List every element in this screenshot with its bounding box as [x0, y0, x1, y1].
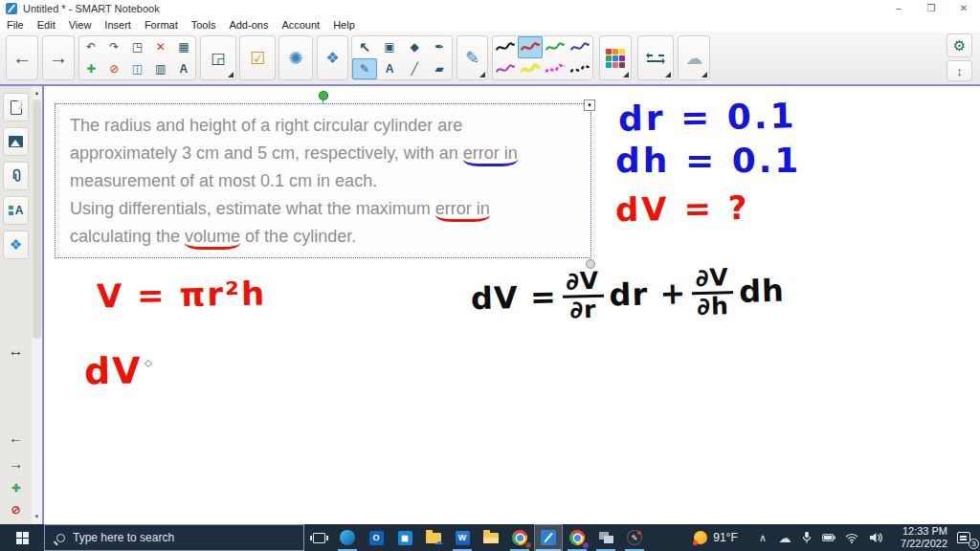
shape-recognition-button[interactable]: ☁: [678, 35, 710, 80]
menu-tools[interactable]: Tools: [185, 19, 223, 31]
sidebar-tab-addons[interactable]: ❖: [3, 231, 29, 259]
taskbar-remote-desktop[interactable]: [591, 524, 620, 551]
delete-page-icon[interactable]: ⊘: [102, 58, 125, 80]
microphone-tray-icon[interactable]: [796, 524, 817, 551]
sidebar-add-page-button[interactable]: ✚: [4, 477, 28, 498]
taskbar-outlook[interactable]: O: [362, 524, 390, 551]
text-tool-icon[interactable]: A: [377, 58, 402, 80]
response-button[interactable]: ☑: [239, 35, 276, 80]
volume-tray-icon[interactable]: [863, 524, 888, 551]
taskbar-edge[interactable]: [333, 524, 362, 551]
menu-help[interactable]: Help: [326, 19, 362, 31]
weather-widget[interactable]: 91°F: [679, 524, 752, 551]
minimize-button[interactable]: –: [882, 0, 915, 17]
pen-swatch-pink-dashed[interactable]: [543, 58, 568, 80]
taskbar-search[interactable]: [44, 524, 304, 551]
text-style-icon[interactable]: A: [172, 58, 195, 80]
scrollbar-thumb[interactable]: [33, 99, 41, 339]
polygon-tool-icon[interactable]: ◆: [402, 36, 427, 58]
problem-text-box[interactable]: The radius and height of a right circula…: [55, 103, 591, 258]
pen-swatch-blue[interactable]: [568, 36, 592, 58]
shapes-tool-icon[interactable]: ▣: [377, 36, 402, 58]
next-page-button[interactable]: →: [42, 35, 75, 80]
problem-line-4: Using differentials, estimate what the m…: [70, 195, 576, 223]
pen-swatch-black[interactable]: [493, 36, 518, 58]
screen-shade-icon[interactable]: ▥: [149, 58, 172, 80]
sidebar-next-page-button[interactable]: →: [4, 452, 28, 474]
menu-insert[interactable]: Insert: [98, 19, 138, 31]
ink-dr-equation[interactable]: dr = 0.1: [618, 96, 797, 138]
restore-button[interactable]: ❐: [915, 0, 947, 17]
menu-account[interactable]: Account: [275, 19, 326, 31]
screen-capture-button[interactable]: ◲: [200, 35, 236, 80]
pen-swatch-green[interactable]: [543, 36, 568, 58]
sidebar-tab-page-sorter[interactable]: [3, 93, 29, 121]
move-sidebar-button[interactable]: ↔: [4, 341, 28, 362]
canvas-scrollbar[interactable]: ▲ ▼: [32, 86, 44, 524]
delete-icon[interactable]: ✕: [149, 36, 172, 58]
rotate-handle[interactable]: [319, 91, 328, 100]
ink-volume-formula[interactable]: V = πr²h: [97, 274, 267, 315]
pen-swatch-black-dashed[interactable]: [568, 58, 592, 80]
toolbar-move-button[interactable]: ↕: [947, 60, 972, 81]
essentials-button[interactable]: ❖: [317, 35, 348, 80]
menu-addons[interactable]: Add-ons: [222, 19, 275, 31]
line-tool-icon[interactable]: ╱: [402, 58, 427, 80]
tray-expand-button[interactable]: ∧: [752, 524, 773, 551]
taskbar-file-explorer[interactable]: [477, 524, 505, 551]
sidebar-tab-properties[interactable]: A: [3, 196, 29, 225]
previous-page-button[interactable]: ←: [6, 35, 38, 80]
sidebar-delete-page-button[interactable]: ⊘: [4, 499, 28, 520]
close-button[interactable]: ✕: [947, 0, 980, 17]
pen-swatch-yellow-highlighter[interactable]: [518, 58, 543, 80]
select-tool-icon[interactable]: ↖: [352, 36, 377, 58]
taskbar-word[interactable]: W: [448, 524, 477, 551]
toolbar-settings-button[interactable]: ⚙: [947, 33, 972, 57]
pens-tool-icon[interactable]: ✎: [352, 58, 377, 80]
taskbar-clock[interactable]: 12:33 PM 7/22/2022: [888, 524, 947, 551]
menu-file[interactable]: File: [0, 19, 31, 31]
scroll-up-arrow[interactable]: ▲: [32, 87, 42, 99]
add-page-icon[interactable]: ✚: [79, 58, 102, 80]
magic-pen-tool-icon[interactable]: ✒: [427, 36, 452, 58]
pen-button[interactable]: ✎: [457, 35, 488, 80]
undo-icon[interactable]: ↶: [79, 36, 102, 58]
color-palette-button[interactable]: [599, 35, 632, 80]
pen-swatch-red-selected[interactable]: [518, 36, 543, 58]
ink-differential-equation[interactable]: dV = ∂V∂r dr + ∂V∂h dh: [470, 264, 785, 326]
smart-lab-button[interactable]: ✺: [278, 35, 313, 80]
ink-dv-start[interactable]: dV: [84, 349, 143, 392]
menu-format[interactable]: Format: [138, 19, 185, 31]
onedrive-tray-icon[interactable]: ☁: [773, 524, 796, 551]
scroll-down-arrow[interactable]: ▼: [32, 511, 42, 522]
taskbar-chrome[interactable]: [505, 524, 534, 551]
line-style-button[interactable]: [637, 35, 674, 80]
task-view-button[interactable]: [304, 524, 333, 551]
wifi-tray-icon[interactable]: [840, 524, 863, 551]
save-icon[interactable]: ◫: [125, 58, 148, 80]
taskbar-smart-notebook-active[interactable]: [534, 524, 563, 551]
paste-icon[interactable]: ◳: [125, 36, 148, 58]
page-canvas[interactable]: The radius and height of a right circula…: [44, 86, 980, 524]
menu-edit[interactable]: Edit: [31, 19, 62, 31]
menu-view[interactable]: View: [62, 19, 99, 31]
sidebar-tab-attachments[interactable]: [3, 162, 29, 190]
start-button[interactable]: [0, 524, 44, 551]
sidebar-tab-gallery[interactable]: [3, 127, 29, 156]
back-arrow-icon: ←: [12, 47, 32, 69]
insert-table-icon[interactable]: ▦: [172, 36, 195, 58]
search-input[interactable]: [73, 531, 264, 544]
taskbar-chrome-profile2[interactable]: [563, 524, 591, 551]
textbox-menu-button[interactable]: ▾: [584, 99, 595, 111]
eraser-tool-icon[interactable]: ▰: [427, 58, 452, 80]
taskbar-onedrive-folder[interactable]: ☁: [419, 524, 448, 551]
ink-dv-question[interactable]: dV = ?: [615, 188, 750, 229]
battery-tray-icon[interactable]: [817, 524, 840, 551]
ink-dh-equation[interactable]: dh = 0.1: [615, 141, 801, 180]
redo-icon[interactable]: ↷: [102, 36, 125, 58]
pen-swatch-magenta[interactable]: [493, 58, 518, 80]
action-center-button[interactable]: 3: [947, 524, 980, 551]
sidebar-previous-page-button[interactable]: ←: [4, 427, 28, 448]
taskbar-smart-ink[interactable]: ✎: [620, 524, 649, 551]
taskbar-store[interactable]: ▦: [390, 524, 419, 551]
